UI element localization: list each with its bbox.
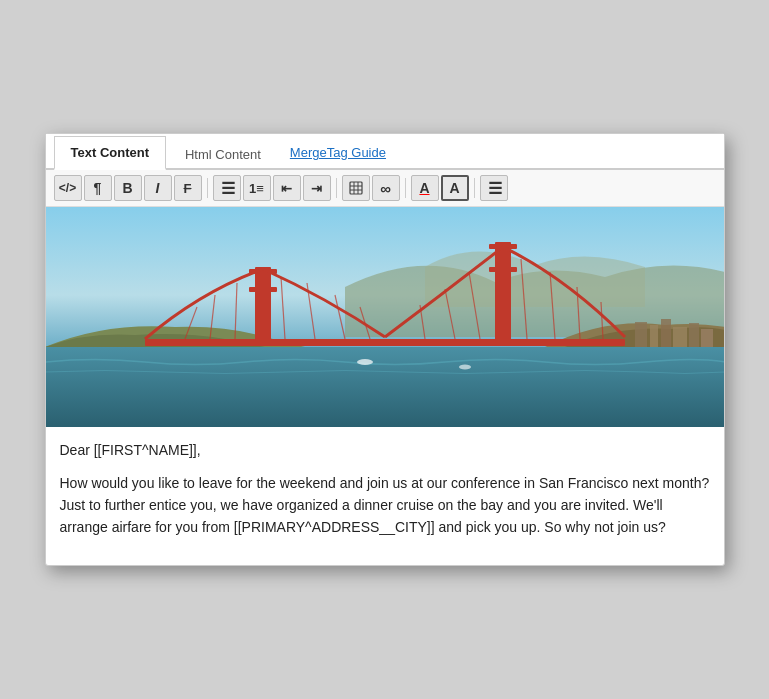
toolbar-separator-4: [474, 178, 475, 198]
svg-rect-7: [145, 339, 625, 346]
svg-rect-13: [489, 267, 517, 272]
toolbar-separator-3: [405, 178, 406, 198]
salutation: Dear [[FIRST^NAME]],: [60, 439, 710, 461]
link-button[interactable]: ∞: [372, 175, 400, 201]
svg-point-29: [459, 365, 471, 370]
svg-rect-32: [661, 319, 671, 347]
email-body: Dear [[FIRST^NAME]], How would you like …: [46, 427, 724, 565]
hero-image: [46, 207, 724, 427]
svg-point-28: [357, 359, 373, 365]
toolbar: </> ¶ B I F ☰ 1≡ ⇤ ⇥ ∞ A A ☰: [46, 170, 724, 207]
editor-container: Text Content Html Content MergeTag Guide…: [45, 133, 725, 566]
tab-html-content[interactable]: Html Content: [168, 138, 278, 170]
svg-rect-33: [673, 327, 687, 347]
ordered-list-button[interactable]: 1≡: [243, 175, 271, 201]
tab-text-content[interactable]: Text Content: [54, 136, 166, 170]
italic-button[interactable]: I: [144, 175, 172, 201]
toolbar-separator-1: [207, 178, 208, 198]
source-code-button[interactable]: </>: [54, 175, 82, 201]
toolbar-separator-2: [336, 178, 337, 198]
unordered-list-button[interactable]: ☰: [213, 175, 241, 201]
alignment-button[interactable]: ☰: [480, 175, 508, 201]
svg-rect-0: [350, 182, 362, 194]
content-area: Dear [[FIRST^NAME]], How would you like …: [46, 207, 724, 565]
indent-button[interactable]: ⇥: [303, 175, 331, 201]
bold-button[interactable]: B: [114, 175, 142, 201]
svg-rect-11: [495, 242, 511, 345]
table-button[interactable]: [342, 175, 370, 201]
paragraph-button[interactable]: ¶: [84, 175, 112, 201]
svg-rect-34: [689, 323, 699, 347]
svg-rect-30: [635, 322, 647, 347]
body-paragraph: How would you like to leave for the week…: [60, 472, 710, 539]
tab-bar: Text Content Html Content MergeTag Guide: [46, 134, 724, 170]
strikethrough-button[interactable]: F: [174, 175, 202, 201]
svg-rect-8: [255, 267, 271, 345]
svg-rect-31: [650, 325, 658, 347]
svg-rect-10: [249, 287, 277, 292]
font-bg-button[interactable]: A: [441, 175, 469, 201]
svg-rect-6: [46, 347, 724, 427]
tab-mergetag-guide[interactable]: MergeTag Guide: [280, 137, 396, 168]
outdent-button[interactable]: ⇤: [273, 175, 301, 201]
svg-rect-35: [701, 329, 713, 347]
font-color-button[interactable]: A: [411, 175, 439, 201]
